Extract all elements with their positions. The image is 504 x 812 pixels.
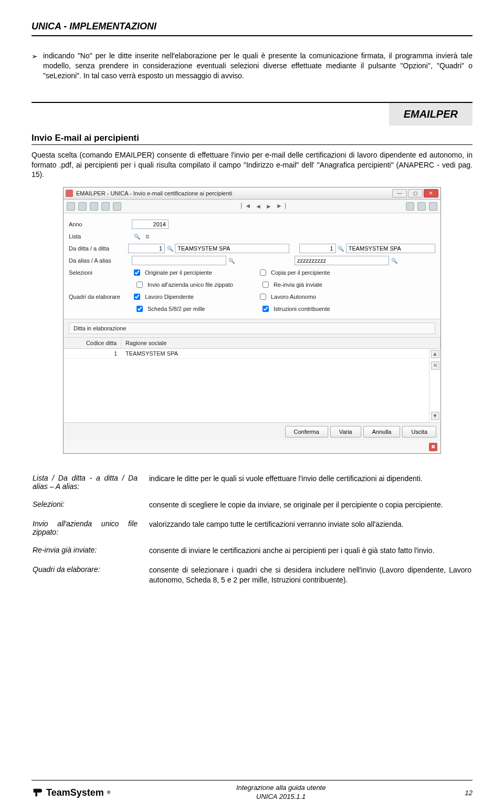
definition-term: Selezioni: [33,496,148,514]
chk-istruz[interactable] [262,306,269,312]
chk-scheda-label: Scheda 5/8/2 per mille [148,306,205,312]
label-da-ditta: Da ditta / a ditta [69,245,128,252]
footer-line2: UNICA 2015.1.1 [256,793,306,800]
toolbar: 丨◄ ◄ ► ►丨 [64,200,440,213]
ditta-from-code-input[interactable] [128,244,165,253]
cell-codice: 1 [64,349,121,358]
chk-istruz-label: Istruzioni contribuente [274,306,330,312]
toolbar-icon[interactable] [101,202,110,211]
maximize-button[interactable]: ▢ [408,189,423,197]
label-anno: Anno [69,221,132,227]
note-icon[interactable]: 🗎 [143,232,152,241]
search-icon[interactable]: 🔍 [133,232,141,241]
label-selezioni: Selezioni [69,269,132,276]
section-badge: EMAILPER [389,103,472,126]
chk-originale[interactable] [134,269,140,276]
chk-copia-label: Copia per il percipiente [271,269,330,276]
cell-ragione: TEAMSYSTEM SPA [121,349,429,358]
definition-desc: valorizzando tale campo tutte le certifi… [149,515,471,540]
definition-row: Re-invia già inviate: consente di inviar… [33,542,471,560]
scroll-down-icon[interactable]: ▼ [431,412,439,420]
statusbar: ✖ [64,441,440,453]
footer-center: Integrazione alla guida utente UNICA 201… [110,784,452,801]
th-ragione: Ragione sociale [121,338,440,348]
toolbar-icon[interactable] [78,202,87,211]
toolbar-icon[interactable] [90,202,98,211]
chk-lav-aut[interactable] [260,294,266,300]
varia-button[interactable]: Varia [330,426,361,438]
alias-from-input[interactable] [132,256,226,265]
annulla-button[interactable]: Annulla [363,426,401,438]
scroll-up-icon[interactable]: ▲ [431,350,439,358]
label-quadri: Quadri da elaborare [69,294,132,300]
uscita-button[interactable]: Uscita [402,426,436,438]
toolbar-icon[interactable] [417,202,426,211]
chk-lav-dip-label: Lavoro Dipendente [145,294,194,300]
anno-input[interactable] [132,220,169,229]
error-icon[interactable]: ✖ [429,443,437,451]
page-number: 12 [452,789,472,797]
toolbar-icon[interactable] [67,202,75,211]
chk-invio-zip[interactable] [136,282,143,288]
registered-icon: ® [107,790,111,795]
ditta-to-name-input[interactable] [346,244,435,253]
chk-scheda[interactable] [136,306,143,312]
page-footer: TeamSystem® Integrazione alla guida uten… [32,780,472,801]
toolbar-icon[interactable] [429,202,437,211]
chk-reinvia-label: Re-invia già inviate [274,282,322,288]
table-row[interactable]: 1 TEAMSYSTEM SPA [64,349,429,359]
section-body: Questa scelta (comando EMAILPER) consent… [32,150,472,180]
nav-first-icon[interactable]: 丨◄ [238,202,251,211]
nav-prev-icon[interactable]: ◄ [255,203,261,210]
table: Codice ditta Ragione sociale 1 TEAMSYSTE… [64,338,440,422]
chk-originale-label: Originale per il percipiente [145,269,212,276]
close-button[interactable]: ✕ [424,189,438,197]
label-lista: Lista [69,233,132,240]
chk-lav-dip[interactable] [134,294,140,300]
definition-desc: consente di scegliere le copie da inviar… [149,496,471,514]
window-title: EMAILPER - UNICA - Invio e-mail certific… [76,190,232,196]
doc-title: UNICA - IMPLEMENTAZIONI [32,21,472,32]
form-area: Anno Lista 🔍 🗎 Da ditta / a ditta 🔍 🔍 Da… [64,213,440,319]
toolbar-icon[interactable] [406,202,414,211]
chk-copia[interactable] [260,269,266,276]
definition-row: Selezioni: consente di scegliere le copi… [33,496,471,514]
definition-term: Lista / Da ditta - a ditta / Da alias – … [33,470,148,495]
definition-row: Lista / Da ditta - a ditta / Da alias – … [33,470,471,495]
status-label: Ditta in elaborazione [69,322,435,334]
th-codice: Codice ditta [64,338,121,348]
search-icon[interactable]: 🔍 [337,244,345,253]
search-icon[interactable]: 🔍 [390,256,398,265]
logo: TeamSystem® [32,787,110,798]
definition-row: Invio all'azienda unico file zippato: va… [33,515,471,540]
intro-bullet-row: ➢ indicando "No" per le ditte inserite n… [32,51,472,81]
sub-heading: Invio E-mail ai percipienti [32,133,472,143]
intro-text: indicando "No" per le ditte inserite nel… [43,51,472,81]
section-badge-row: EMAILPER [32,102,472,126]
definitions-table: Lista / Da ditta - a ditta / Da alias – … [32,469,472,590]
delete-row-icon[interactable]: ✕ [431,361,439,370]
footer-divider [32,780,472,780]
title-divider [32,35,472,36]
conferma-button[interactable]: Conferma [285,426,328,438]
alias-to-input[interactable] [295,256,389,265]
nav-next-icon[interactable]: ► [266,203,272,210]
table-side-controls: ▲ ✕ ▼ [429,349,440,422]
search-icon[interactable]: 🔍 [227,256,236,265]
nav-controls: 丨◄ ◄ ► ►丨 [238,202,289,211]
chk-reinvia[interactable] [262,282,269,288]
definition-term: Re-invia già inviate: [33,542,148,560]
ditta-to-code-input[interactable] [299,244,336,253]
nav-last-icon[interactable]: ►丨 [276,202,289,211]
status-area: Ditta in elaborazione [64,319,440,338]
minimize-button[interactable]: — [392,189,407,197]
logo-text: TeamSystem [46,787,104,798]
sub-heading-divider [32,144,472,145]
app-icon [66,190,73,197]
definition-term: Quadri da elaborare: [33,561,148,589]
search-icon[interactable]: 🔍 [166,244,174,253]
definition-desc: indicare le ditte per le quali si vuole … [149,470,471,495]
ditta-from-name-input[interactable] [175,244,289,253]
toolbar-icon[interactable] [113,202,121,211]
definition-desc: consente di inviare le certificazioni an… [149,542,471,560]
